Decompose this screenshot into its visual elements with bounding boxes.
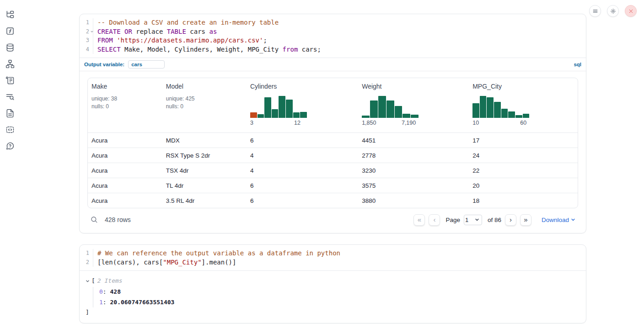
chat-help-icon[interactable] [5, 142, 15, 151]
logs-icon[interactable] [5, 92, 15, 101]
first-page-button[interactable]: « [413, 214, 425, 226]
page-select[interactable]: 1 [464, 215, 482, 225]
table-body: AcuraMDX6445117AcuraRSX Type S 2dr427782… [88, 132, 578, 208]
download-button[interactable]: Download [542, 217, 575, 223]
table-row[interactable]: Acura3.5 RL 4dr6388018 [88, 193, 578, 208]
column-header-make[interactable]: Make unique: 38 nulls: 0 [88, 78, 162, 132]
output-variable-input[interactable] [128, 60, 165, 69]
table-cell: TSX 4dr [162, 167, 247, 174]
hist-bar [515, 115, 522, 118]
table-cell: 17 [469, 137, 578, 144]
snippets-icon[interactable] [5, 125, 15, 134]
table-cell: 24 [469, 152, 578, 159]
prev-page-button[interactable]: ‹ [429, 214, 440, 226]
sql-cell-footer: Output variable: sql [80, 58, 586, 71]
sql-code-editor[interactable]: 1-- Download a CSV and create an in-memo… [80, 14, 586, 58]
unique-stat: unique: 425 [166, 95, 243, 103]
next-page-button[interactable]: › [505, 214, 516, 226]
mpg-city-histogram: 10 60 [472, 96, 529, 126]
table-cell: 6 [247, 137, 358, 144]
table-cell: 3575 [358, 182, 469, 189]
pagination: « ‹ Page 1 of 86 › » Dow [413, 214, 575, 226]
hist-bar [272, 109, 279, 118]
code-line[interactable]: 1# We can reference the output variable … [80, 249, 586, 258]
line-number: 4 [80, 45, 93, 54]
hist-bar [293, 112, 300, 118]
table-cell: Acura [88, 152, 162, 159]
hist-min-label: 10 [472, 120, 479, 126]
search-icon[interactable] [90, 216, 98, 224]
page-label: Page [445, 217, 460, 223]
line-number: 1 [80, 249, 93, 258]
hist-min-label: 1,850 [362, 120, 376, 126]
menu-button[interactable] [589, 5, 601, 17]
hist-bar [402, 114, 410, 118]
hist-bar [386, 100, 394, 118]
line-number: 2 [80, 27, 93, 37]
settings-button[interactable] [607, 5, 619, 17]
column-header-weight[interactable]: Weight 1,850 7,190 [358, 78, 469, 132]
hist-bar [279, 96, 285, 118]
variables-icon[interactable] [5, 26, 15, 36]
table-row[interactable]: AcuraMDX6445117 [88, 132, 578, 148]
chevron-down-icon [571, 217, 575, 222]
tree-open-bracket: [ [91, 276, 95, 285]
code-line[interactable]: 1-- Download a CSV and create an in-memo… [80, 18, 586, 27]
nulls-stat: nulls: 0 [91, 103, 159, 111]
file-explorer-icon[interactable] [5, 10, 15, 19]
hist-bar [300, 112, 307, 118]
table-row[interactable]: AcuraTSX 4dr4323022 [88, 163, 578, 178]
code-line[interactable]: 2CREATE OR replace TABLE cars as [80, 27, 586, 37]
chevron-down-icon [475, 217, 479, 222]
page-total-label: of 86 [488, 217, 501, 223]
table-cell: Acura [88, 182, 162, 189]
hist-bar [494, 102, 501, 118]
row-count: 428 rows [105, 216, 131, 223]
hist-bar [395, 106, 402, 118]
shutdown-button[interactable] [625, 5, 637, 17]
code-line[interactable]: 3FROM 'https://datasets.marimo.app/cars.… [80, 36, 586, 45]
hist-bar [487, 97, 494, 118]
table-cell: 3.5 RL 4dr [162, 197, 247, 204]
last-page-button[interactable]: » [520, 214, 531, 226]
dependencies-icon[interactable] [5, 59, 15, 69]
fold-chevron-icon[interactable] [90, 30, 94, 33]
code-line[interactable]: 4SELECT Make, Model, Cylinders, Weight, … [80, 45, 586, 54]
column-header-cylinders[interactable]: Cylinders 3 12 [247, 78, 358, 132]
line-number: 3 [80, 36, 93, 45]
table-cell: 22 [469, 167, 578, 174]
sql-cell: 1-- Download a CSV and create an in-memo… [79, 14, 586, 233]
code-line[interactable]: 2[len(cars), cars["MPG_City"].mean()] [80, 258, 586, 267]
tracebacks-icon[interactable] [5, 76, 15, 85]
table-cell: 2778 [358, 152, 469, 159]
hist-bar [286, 100, 293, 118]
notebook: 1-- Download a CSV and create an in-memo… [79, 0, 586, 323]
table-row[interactable]: AcuraRSX Type S 2dr4277824 [88, 148, 578, 163]
column-header-mpg-city[interactable]: MPG_City 10 60 [469, 78, 578, 132]
python-cell-output: [ 2 Items 0: 428 1: 20.060747663551403 ] [80, 270, 586, 323]
hist-bar [523, 114, 530, 118]
python-code-editor[interactable]: 1# We can reference the output variable … [80, 245, 586, 270]
table-row[interactable]: AcuraTL 4dr6357520 [88, 178, 578, 193]
weight-histogram: 1,850 7,190 [362, 96, 419, 126]
hist-max-label: 12 [294, 120, 301, 126]
table-cell: MDX [162, 137, 247, 144]
page-select-input[interactable]: 1 [465, 217, 472, 223]
language-badge: sql [574, 62, 581, 67]
column-header-model[interactable]: Model unique: 425 nulls: 0 [162, 78, 247, 132]
hist-max-label: 7,190 [402, 120, 416, 126]
hist-bar [378, 96, 386, 118]
nulls-stat: nulls: 0 [166, 103, 243, 111]
table-cell: 4 [247, 152, 358, 159]
hist-min-label: 3 [250, 120, 253, 126]
datasources-icon[interactable] [5, 43, 15, 52]
hist-bar [411, 115, 419, 118]
hist-bar [508, 111, 515, 118]
tree-collapse-icon[interactable] [86, 279, 91, 283]
line-number: 1 [80, 18, 93, 27]
tree-item-count: 2 Items [97, 276, 123, 285]
documentation-icon[interactable] [5, 109, 15, 118]
hist-bar [258, 114, 264, 118]
table-cell: TL 4dr [162, 182, 247, 189]
table-footer: 428 rows « ‹ Page 1 of 86 › [87, 214, 578, 226]
